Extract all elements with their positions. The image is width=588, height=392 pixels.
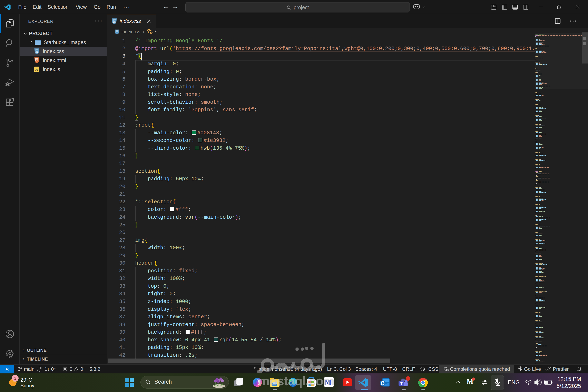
svg-text:JS: JS — [35, 68, 38, 71]
